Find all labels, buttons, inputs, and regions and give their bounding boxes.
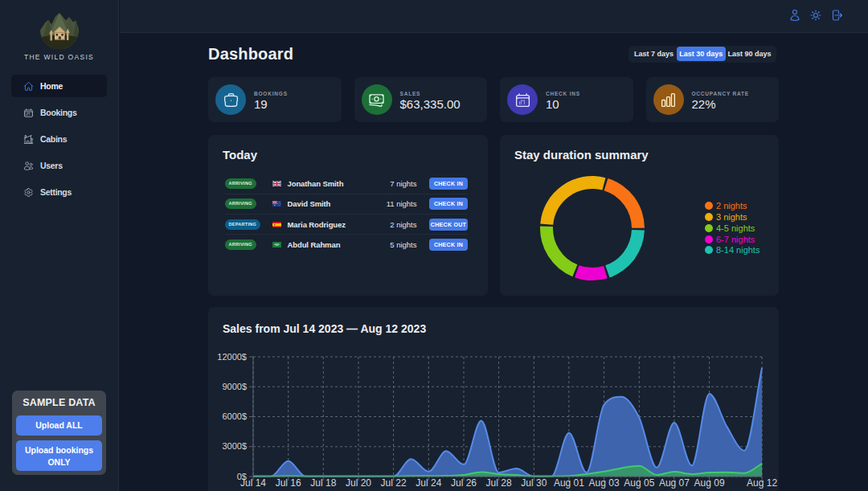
svg-text:Jul 24: Jul 24 xyxy=(416,477,441,489)
svg-text:12000$: 12000$ xyxy=(217,352,247,362)
svg-text:Jul 20: Jul 20 xyxy=(346,477,371,489)
svg-text:Jul 30: Jul 30 xyxy=(521,477,547,489)
svg-text:Jul 16: Jul 16 xyxy=(276,477,301,489)
svg-text:6000$: 6000$ xyxy=(222,411,247,421)
svg-text:Jul 18: Jul 18 xyxy=(310,477,336,489)
svg-text:Aug 05: Aug 05 xyxy=(624,477,654,489)
svg-text:Aug 12: Aug 12 xyxy=(747,477,777,489)
svg-text:3000$: 3000$ xyxy=(222,441,247,451)
svg-text:Jul 22: Jul 22 xyxy=(381,477,407,489)
svg-text:9000$: 9000$ xyxy=(222,382,247,391)
svg-text:Aug 03: Aug 03 xyxy=(589,477,620,489)
svg-text:Jul 28: Jul 28 xyxy=(486,477,512,489)
svg-text:Aug 01: Aug 01 xyxy=(554,477,584,489)
svg-text:Aug 09: Aug 09 xyxy=(694,477,725,489)
svg-text:Jul 14: Jul 14 xyxy=(240,477,266,489)
svg-text:Aug 07: Aug 07 xyxy=(659,477,690,489)
svg-text:Jul 26: Jul 26 xyxy=(451,477,477,489)
